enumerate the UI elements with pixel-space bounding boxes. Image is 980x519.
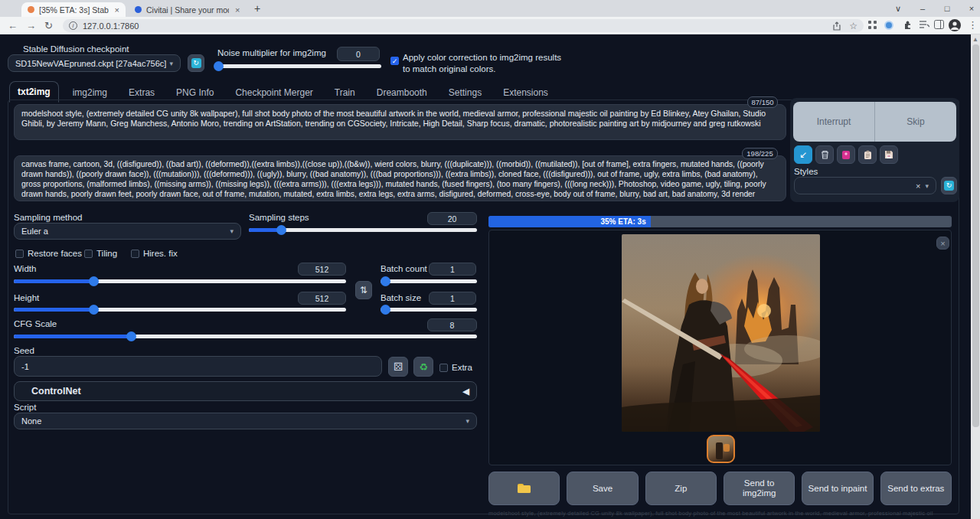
new-tab-button[interactable]: + (254, 2, 260, 15)
browser-menu-kebab-icon[interactable]: ⋮ (968, 19, 978, 31)
slider-knob[interactable] (381, 305, 390, 315)
address-bar[interactable]: i 127.0.0.1:7860 ☆ (63, 19, 864, 32)
send-to-img2img-button[interactable]: Send to img2img (724, 472, 795, 505)
cfg-scale-slider[interactable] (14, 335, 477, 338)
sampling-steps-slider[interactable] (249, 228, 477, 232)
share-icon[interactable] (832, 21, 841, 31)
tiling-checkbox[interactable] (84, 250, 93, 258)
window-close-button[interactable]: × (962, 2, 980, 15)
refresh-icon: ↻ (944, 181, 954, 191)
extra-networks-button[interactable] (837, 145, 855, 164)
progress-bar: 35% ETA: 3s (488, 216, 952, 227)
sampling-method-label: Sampling method (14, 213, 83, 222)
apply-styles-button[interactable] (858, 145, 877, 164)
swap-width-height-button[interactable]: ⇅ (355, 281, 372, 299)
zip-button[interactable]: Zip (645, 472, 717, 505)
civitai-favicon (135, 6, 142, 13)
skip-button[interactable]: Skip (875, 102, 956, 142)
restore-faces-checkbox[interactable] (15, 250, 24, 258)
hires-fix-label: Hires. fix (143, 249, 178, 258)
slider-knob[interactable] (89, 276, 99, 286)
browser-window: [35% ETA: 3s] Stable Diffusion × Civitai… (0, 0, 980, 519)
close-image-button[interactable]: × (936, 237, 949, 250)
controlnet-accordion[interactable]: ControlNet ◀ (14, 381, 477, 401)
reload-icon[interactable]: ↻ (44, 20, 53, 31)
tab-search-icon[interactable]: ∨ (888, 2, 908, 15)
prompt-textarea[interactable]: modelshoot style, (extremely detailed CG… (14, 104, 786, 140)
seed-input[interactable]: -1 (14, 356, 382, 377)
send-to-inpaint-button[interactable]: Send to inpaint (802, 472, 873, 505)
sampling-steps-label: Sampling steps (249, 213, 309, 222)
tab-close-icon[interactable]: × (235, 5, 240, 15)
batch-size-slider[interactable] (381, 308, 477, 312)
batch-count-slider[interactable] (381, 279, 477, 283)
sampling-method-dropdown[interactable]: Euler a ▾ (14, 223, 241, 240)
hires-fix-checkbox[interactable] (131, 250, 139, 258)
window-maximize-button[interactable]: □ (937, 2, 957, 15)
clear-prompt-button[interactable] (815, 145, 834, 164)
card-icon (841, 150, 851, 160)
back-icon[interactable]: ← (8, 20, 18, 31)
slider-knob[interactable] (214, 61, 224, 71)
scrollbar-thumb[interactable] (972, 44, 979, 427)
slider-knob[interactable] (126, 331, 136, 341)
slider-knob[interactable] (381, 276, 390, 286)
batch-size-input[interactable]: 1 (429, 292, 476, 305)
bookmark-star-icon[interactable]: ☆ (849, 21, 858, 31)
browser-tab-stable-diffusion[interactable]: [35% ETA: 3s] Stable Diffusion × (21, 2, 126, 17)
script-value: None (21, 416, 41, 426)
controlnet-label: ControlNet (31, 386, 81, 397)
save-style-button[interactable] (880, 145, 898, 164)
checkpoint-dropdown[interactable]: SD15NewVAEpruned.ckpt [27a4ac756c] ▾ (8, 54, 181, 72)
styles-refresh-button[interactable]: ↻ (941, 177, 957, 194)
styles-dropdown[interactable]: × ▾ (794, 177, 936, 194)
reuse-seed-button[interactable]: ♻ (413, 357, 433, 377)
site-info-icon[interactable]: i (69, 21, 77, 30)
prompt-token-counter: 87/150 (747, 96, 778, 108)
generated-image[interactable] (622, 234, 820, 432)
negative-prompt-textarea[interactable]: canvas frame, cartoon, 3d, ((disfigured)… (14, 155, 786, 201)
recycle-icon: ♻ (419, 361, 428, 373)
script-dropdown[interactable]: None ▾ (14, 413, 477, 429)
chevron-down-icon: ▾ (169, 60, 173, 67)
width-slider[interactable] (14, 279, 346, 283)
sampling-steps-input[interactable]: 20 (427, 212, 477, 225)
noise-multiplier-input[interactable]: 0 (337, 47, 380, 61)
width-input[interactable]: 512 (298, 263, 346, 276)
extensions-puzzle-icon[interactable] (903, 20, 913, 30)
interrupt-button[interactable]: Interrupt (793, 102, 875, 142)
refresh-icon: ↻ (191, 58, 201, 68)
gallery-thumbnail[interactable] (707, 435, 735, 463)
gradio-favicon (28, 6, 34, 13)
save-button[interactable]: Save (567, 472, 638, 505)
slider-knob[interactable] (89, 305, 99, 315)
checkpoint-refresh-button[interactable]: ↻ (188, 54, 204, 72)
slider-knob[interactable] (276, 225, 286, 235)
send-to-extras-button[interactable]: Send to extras (880, 472, 952, 505)
apps-grid-icon[interactable] (867, 20, 877, 30)
chevron-down-icon: ▾ (925, 182, 929, 190)
cfg-scale-input[interactable]: 8 (427, 318, 477, 331)
checkpoint-value: SD15NewVAEpruned.ckpt [27a4ac756c] (15, 59, 166, 68)
tab-close-icon[interactable]: × (115, 5, 119, 15)
interrupt-skip-group: Interrupt Skip (793, 102, 956, 142)
browser-tab-civitai[interactable]: Civitai | Share your models × (129, 2, 247, 17)
height-input[interactable]: 512 (298, 292, 346, 305)
forward-icon[interactable]: → (26, 20, 36, 31)
height-slider[interactable] (14, 308, 346, 312)
paste-generation-params-button[interactable]: ↙ (794, 145, 812, 164)
window-minimize-button[interactable]: – (913, 2, 933, 15)
noise-multiplier-slider[interactable] (215, 64, 381, 68)
extra-seed-checkbox[interactable] (439, 364, 448, 372)
random-seed-button[interactable]: ⚄ (388, 357, 408, 377)
clear-selection-icon[interactable]: × (916, 181, 920, 191)
open-folder-button[interactable] (488, 472, 560, 505)
batch-count-input[interactable]: 1 (429, 263, 476, 276)
extension-badge-icon[interactable] (884, 21, 893, 30)
profile-avatar-icon[interactable] (949, 19, 961, 31)
reading-list-icon[interactable] (919, 20, 929, 29)
scrollbar-up-arrow[interactable]: ▲ (972, 36, 978, 43)
side-panel-icon[interactable] (934, 20, 944, 29)
checkpoint-label: Stable Diffusion checkpoint (23, 44, 129, 54)
color-correction-checkbox[interactable]: ✓ (390, 57, 399, 65)
